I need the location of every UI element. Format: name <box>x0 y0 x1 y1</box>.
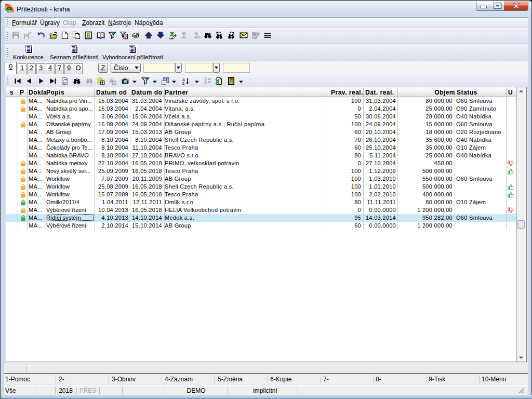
svg-text:Z: Z <box>182 81 185 85</box>
svg-text:K2: K2 <box>7 6 12 11</box>
